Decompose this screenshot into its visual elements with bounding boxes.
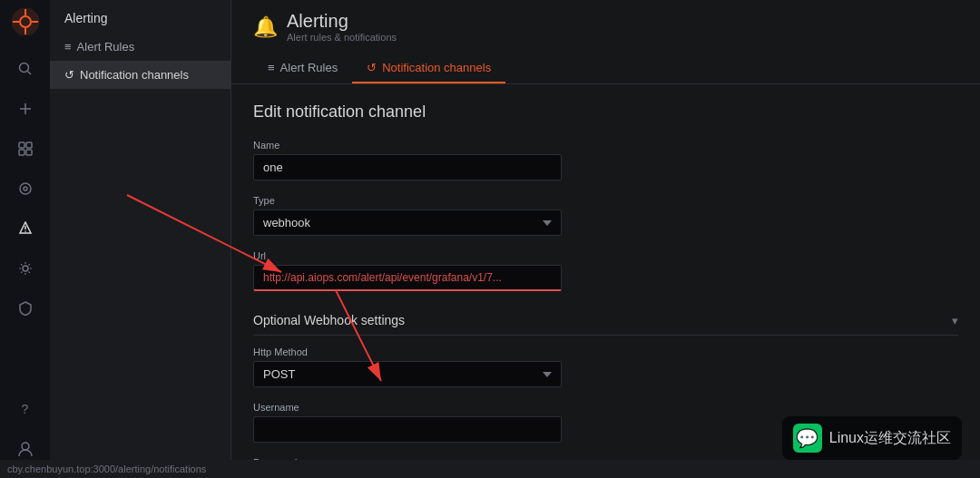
search-nav-icon[interactable] (7, 51, 44, 87)
svg-rect-10 (19, 142, 24, 148)
shield-nav-icon[interactable] (7, 290, 44, 327)
username-input[interactable] (253, 416, 562, 443)
page-subtitle: Alert rules & notifications (287, 32, 397, 43)
name-label: Name (253, 140, 958, 151)
username-label: Username (253, 402, 958, 413)
type-label: Type (253, 195, 958, 206)
svg-point-19 (22, 443, 29, 450)
watermark: 💬 Linux运维交流社区 (782, 416, 962, 460)
optional-webhook-header[interactable]: Optional Webhook settings ▾ (253, 306, 958, 336)
url-input[interactable] (253, 265, 562, 291)
wechat-icon: 💬 (793, 424, 822, 453)
main-content: 🔔 Alerting Alert rules & notifications ≡… (231, 0, 980, 478)
alert-rules-tab-label: Alert Rules (280, 61, 338, 74)
type-select[interactable]: webhook (253, 210, 562, 236)
svg-point-17 (24, 230, 26, 232)
http-method-select[interactable]: POST PUT (253, 361, 562, 387)
name-input[interactable] (253, 154, 562, 180)
page-header: 🔔 Alerting Alert rules & notifications ≡… (231, 0, 980, 84)
url-label: Url (253, 250, 958, 261)
tab-notification-channels[interactable]: ↺ Notification channels (352, 54, 505, 83)
svg-rect-13 (26, 150, 32, 155)
status-url: cby.chenbuyun.top:3000/alerting/notifica… (7, 463, 206, 474)
status-bar: cby.chenbuyun.top:3000/alerting/notifica… (0, 460, 980, 478)
svg-rect-12 (19, 150, 24, 155)
notification-channels-tab-icon: ↺ (367, 61, 377, 74)
notification-channels-label: Notification channels (80, 68, 189, 82)
alert-rules-tab-icon: ≡ (268, 61, 275, 74)
app-logo[interactable] (11, 7, 40, 36)
svg-point-15 (24, 187, 27, 190)
page-header-icon: 🔔 (253, 15, 278, 39)
type-field-group: Type webhook (253, 195, 958, 236)
dashboard-nav-icon[interactable] (7, 131, 44, 167)
notification-channels-icon: ↺ (64, 68, 74, 82)
alert-rules-label: Alert Rules (77, 40, 135, 54)
url-field-group: Url (253, 250, 958, 291)
notification-channels-tab-label: Notification channels (382, 61, 491, 74)
http-method-label: Http Method (253, 346, 958, 357)
optional-webhook-title: Optional Webhook settings (253, 313, 405, 327)
settings-nav-icon[interactable] (7, 250, 44, 287)
svg-point-14 (20, 183, 31, 194)
help-icon[interactable]: ? (7, 391, 44, 427)
alert-rules-icon: ≡ (64, 40, 72, 54)
nav-section-title: Alerting (50, 0, 230, 33)
nav-panel: Alerting ≡ Alert Rules ↺ Notification ch… (50, 0, 231, 478)
nav-item-alert-rules[interactable]: ≡ Alert Rules (50, 33, 230, 61)
page-title-text: Alerting (287, 11, 397, 32)
nav-item-notification-channels[interactable]: ↺ Notification channels (50, 61, 230, 89)
watermark-text: Linux运维交流社区 (829, 429, 951, 448)
collapse-arrow-icon: ▾ (952, 314, 958, 327)
svg-point-18 (23, 266, 28, 271)
alerting-nav-icon[interactable] (7, 210, 44, 247)
svg-line-7 (27, 72, 31, 75)
explore-nav-icon[interactable] (7, 171, 44, 207)
svg-point-6 (19, 63, 28, 73)
http-method-group: Http Method POST PUT (253, 346, 958, 387)
page-header-top: 🔔 Alerting Alert rules & notifications (253, 11, 958, 43)
sidebar: ? (0, 0, 50, 478)
name-field-group: Name (253, 140, 958, 180)
page-title: Edit notification channel (253, 102, 958, 122)
add-nav-icon[interactable] (7, 91, 44, 127)
tabs: ≡ Alert Rules ↺ Notification channels (253, 54, 958, 83)
page-header-text: Alerting Alert rules & notifications (287, 11, 397, 43)
svg-rect-11 (26, 142, 32, 148)
tab-alert-rules[interactable]: ≡ Alert Rules (253, 54, 352, 83)
